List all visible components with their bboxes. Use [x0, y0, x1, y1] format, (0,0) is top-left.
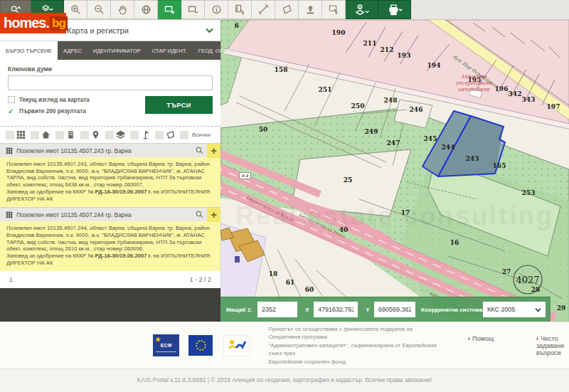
parcel-number-label: 248	[384, 97, 398, 104]
identify-button[interactable]	[205, 0, 228, 19]
current-view-checkbox[interactable]: Текущ изглед на картата	[8, 96, 145, 103]
select-region-button[interactable]	[322, 0, 346, 19]
parcel-number-label: 29	[557, 304, 566, 312]
parcel-number-label: 165	[493, 162, 506, 169]
parcel-number-label: 343	[522, 96, 536, 103]
layers-checkbox[interactable]	[105, 131, 114, 139]
checkmark-icon: ✓	[8, 107, 15, 115]
tab-геод-основа[interactable]: ГЕОД. ОСНОВА	[193, 41, 245, 60]
opak-figures-icon	[226, 339, 248, 353]
x-coordinate-input[interactable]	[314, 302, 358, 317]
zoom-to-result-icon[interactable]	[192, 146, 207, 155]
parcel-number-label: 194	[427, 62, 441, 69]
buildings-house-checkbox[interactable]	[31, 131, 39, 139]
page-range: 1 - 2 / 2	[189, 276, 211, 283]
eu-stars-ring-icon	[196, 340, 206, 351]
y-label: Y	[363, 307, 372, 313]
crs-select[interactable]: ККС 2005	[483, 302, 546, 317]
measure-distance-button[interactable]	[252, 0, 275, 19]
print-menu-button[interactable]	[378, 0, 411, 19]
search-button[interactable]: ТЪРСИ	[145, 96, 213, 114]
sidebar: Карта и регистри БЪРЗО ТЪРСЕНЕАДРЕСИДЕНТ…	[0, 20, 220, 322]
result-type-filters: Всички	[0, 126, 220, 143]
points-pin-icon	[91, 130, 100, 139]
measure-area-button[interactable]	[275, 0, 299, 19]
points-pin-checkbox[interactable]	[80, 131, 89, 139]
zoom-out-button[interactable]	[87, 0, 111, 19]
esf-logo-text: ЕСФ	[161, 343, 172, 348]
search-tabs: БЪРЗО ТЪРСЕНЕАДРЕСИДЕНТИФИКАТОРСТАР ИДЕН…	[0, 41, 220, 60]
info-layers-menu-button[interactable]	[346, 0, 378, 19]
add-result-icon[interactable]: +	[207, 144, 220, 158]
result-item-header[interactable]: Поземлен имот 10135.4507.244 гр. Варна+	[0, 207, 220, 221]
opak-logo	[223, 335, 250, 356]
first-200-checkbox[interactable]: ✓ Първите 200 резултата	[8, 107, 145, 115]
results-list: Поземлен имот 10135.4507.243 гр. Варна+П…	[0, 143, 220, 271]
map-viewport[interactable]: 6190211212193194195196342343197158251250…	[220, 20, 569, 322]
add-result-icon[interactable]: +	[207, 208, 220, 222]
parcels-grid-checkbox[interactable]	[6, 131, 14, 139]
main-toolbar	[0, 0, 569, 20]
all-types-checkbox[interactable]	[180, 131, 188, 139]
highway-a2-badge: А 2	[239, 172, 251, 179]
parcel-number-label: 251	[319, 86, 332, 93]
homes-logo-suffix: bg	[50, 16, 68, 31]
footer: ★ ЕСФ Проектът се осъществява с финансов…	[0, 322, 569, 392]
result-item-details: Поземлен имот 10135.4507.244, област Вар…	[0, 221, 220, 271]
scale-input[interactable]	[257, 302, 297, 317]
parcel-grid-icon	[6, 147, 13, 154]
footer-link-често-задавани-въпроси[interactable]: ›Често задавани въпроси	[536, 335, 569, 356]
y-coordinate-input[interactable]	[374, 302, 415, 317]
scale-tool-button[interactable]	[228, 0, 252, 19]
apartments-building-checkbox[interactable]	[55, 131, 64, 139]
zoom-in-button[interactable]	[64, 0, 87, 19]
parcels-grid-icon	[16, 130, 26, 139]
homes-logo-text: homes.	[4, 15, 49, 31]
scale-label: Мащаб 1:	[226, 307, 257, 313]
result-item-header[interactable]: Поземлен имот 10135.4507.243 гр. Варна+	[0, 143, 220, 157]
parcel-number-label: 245	[424, 135, 437, 142]
parcel-number-label: 193	[398, 52, 411, 59]
tab-стар-идент-[interactable]: СТАР ИДЕНТ.	[147, 41, 193, 60]
first-200-label: Първите 200 резултата	[19, 108, 86, 115]
export-button[interactable]	[299, 0, 322, 19]
parcel-grid-icon	[6, 211, 13, 218]
pan-button[interactable]	[111, 0, 134, 19]
chevron-right-icon: ›	[468, 335, 470, 342]
footer-link-помощ[interactable]: ›Помощ	[468, 335, 511, 356]
buildings-house-icon	[41, 130, 50, 139]
parcel-number-label: 6	[235, 22, 239, 29]
pagination: 1 1 - 2 / 2	[0, 271, 220, 288]
chevron-down-icon	[206, 26, 213, 35]
parcel-number-label: 246	[410, 106, 423, 113]
chevron-right-icon: ›	[536, 335, 538, 342]
parcel-number-label: 158	[275, 66, 288, 73]
parcel-number-label: 16	[450, 239, 459, 246]
all-types-label: Всички	[192, 132, 211, 138]
zones-polygon-checkbox[interactable]	[155, 131, 164, 139]
zoom-to-result-icon[interactable]	[192, 210, 207, 219]
parcel-number-label: 60	[305, 286, 314, 293]
zoom-rect-out-button[interactable]	[181, 0, 205, 19]
keywords-input[interactable]	[8, 75, 213, 90]
apartments-building-icon	[66, 130, 75, 139]
parcel-number-label: 212	[381, 46, 394, 53]
parcel-number-label: 197	[547, 103, 560, 110]
parcel-number-label: 190	[332, 29, 346, 36]
tab-бързо-търсене[interactable]: БЪРЗО ТЪРСЕНЕ	[0, 41, 58, 60]
chevron-down-icon	[535, 307, 541, 312]
x-label: X	[303, 307, 312, 313]
page-number[interactable]: 1	[9, 276, 13, 283]
quick-search-form: Ключови думи Текущ изглед на картата ✓ П…	[0, 60, 220, 126]
zoom-rect-in-button[interactable]	[158, 0, 181, 19]
map-statusbar: Мащаб 1: X Y Координатна система ККС 200…	[220, 297, 551, 322]
parcel-number-label: 25	[344, 176, 353, 184]
parcel-number-label: 243	[466, 155, 479, 162]
tab-идентификатор[interactable]: ИДЕНТИФИКАТОР	[87, 41, 147, 60]
tab-адрес[interactable]: АДРЕС	[58, 41, 87, 60]
esf-logo: ★ ЕСФ	[153, 334, 179, 356]
geodetic-flag-checkbox[interactable]	[130, 131, 139, 139]
full-extent-button[interactable]	[134, 0, 158, 19]
map-area-annotation: Автокъщаупотребяваниавтомобили	[445, 74, 502, 93]
current-view-label: Текущ изглед на картата	[19, 97, 90, 103]
